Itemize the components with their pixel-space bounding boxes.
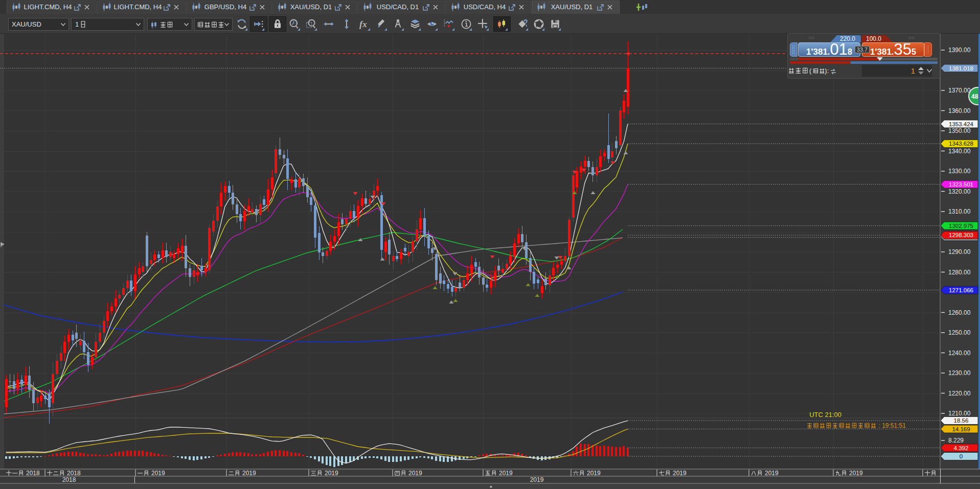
svg-text:2019: 2019 <box>325 470 338 477</box>
svg-text:2018: 2018 <box>62 476 76 483</box>
svg-text:2019: 2019 <box>499 470 513 477</box>
svg-text:1350.00: 1350.00 <box>948 127 971 134</box>
svg-text:1330.00: 1330.00 <box>948 168 971 175</box>
svg-text:1390.00: 1390.00 <box>948 46 971 54</box>
svg-text:2019: 2019 <box>242 470 256 477</box>
svg-text:1353.424: 1353.424 <box>949 121 974 127</box>
svg-text:0: 0 <box>960 453 963 459</box>
svg-text:1280.00: 1280.00 <box>948 269 971 276</box>
svg-text:8.229: 8.229 <box>948 437 964 444</box>
svg-text:1360.00: 1360.00 <box>948 107 971 114</box>
svg-text:4.392: 4.392 <box>954 445 969 451</box>
svg-text:2019: 2019 <box>151 470 165 477</box>
svg-text:2019: 2019 <box>530 476 544 483</box>
svg-text:2019: 2019 <box>849 470 863 477</box>
svg-text:1220.00: 1220.00 <box>948 390 971 397</box>
svg-text:2018: 2018 <box>26 470 40 477</box>
svg-text:2018: 2018 <box>67 470 81 477</box>
svg-text:UTC 21:00: UTC 21:00 <box>809 411 841 418</box>
svg-text:1271.066: 1271.066 <box>949 287 973 293</box>
svg-text:1320.00: 1320.00 <box>948 188 971 195</box>
svg-text:1290.00: 1290.00 <box>948 248 971 255</box>
svg-text:1240.00: 1240.00 <box>948 350 971 357</box>
svg-text:1370.00: 1370.00 <box>948 87 971 94</box>
svg-text:: 19:51:51: : 19:51:51 <box>879 422 906 429</box>
svg-text:1340.00: 1340.00 <box>948 148 971 155</box>
svg-text:2019: 2019 <box>765 470 779 477</box>
svg-text:1343.628: 1343.628 <box>949 141 973 147</box>
svg-text:1298.303: 1298.303 <box>949 232 973 238</box>
svg-text:2019: 2019 <box>408 470 422 477</box>
svg-text:1381.018: 1381.018 <box>949 65 973 72</box>
svg-text:fx: fx <box>359 19 367 29</box>
svg-text:1323.501: 1323.501 <box>949 181 973 188</box>
svg-text:1250.00: 1250.00 <box>948 329 971 336</box>
svg-text:48: 48 <box>971 93 978 100</box>
svg-text:1230.00: 1230.00 <box>948 369 971 377</box>
svg-text:18.56: 18.56 <box>954 417 969 424</box>
svg-text:1302.975: 1302.975 <box>949 223 973 229</box>
svg-text:1310.00: 1310.00 <box>948 208 971 215</box>
svg-text:1260.00: 1260.00 <box>948 309 971 316</box>
svg-text:14.169: 14.169 <box>952 426 970 432</box>
svg-text:2019: 2019 <box>673 470 687 477</box>
svg-text:1210.00: 1210.00 <box>948 410 971 417</box>
svg-text:2019: 2019 <box>587 470 601 477</box>
